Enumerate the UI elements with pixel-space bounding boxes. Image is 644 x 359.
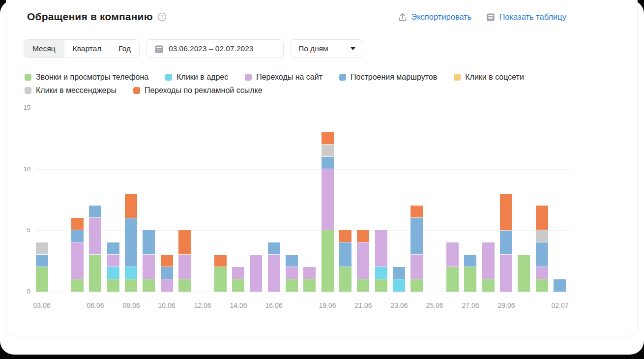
- bar-09.06[interactable]: [143, 230, 155, 292]
- bar-segment: [250, 255, 262, 292]
- bar-segment: [375, 279, 387, 292]
- bar-segment: [464, 267, 476, 292]
- legend-swatch: [25, 74, 31, 81]
- bar-27.06[interactable]: [464, 255, 476, 292]
- bar-18.06[interactable]: [303, 267, 316, 292]
- legend-swatch: [25, 87, 31, 94]
- legend-swatch: [454, 74, 461, 81]
- bar-segment: [536, 242, 548, 267]
- bar-segment: [322, 132, 334, 145]
- tab-period-2[interactable]: Год: [110, 40, 139, 58]
- bar-segment: [125, 218, 137, 268]
- bar-segment: [143, 255, 155, 279]
- bar-21.06[interactable]: [357, 230, 369, 292]
- bar-29.06[interactable]: [500, 194, 512, 292]
- legend-item[interactable]: Клики в мессенджеры: [25, 86, 117, 95]
- legend-item[interactable]: Клики в адрес: [165, 73, 228, 82]
- bar-segment: [71, 279, 84, 292]
- page-title: Обращения в компанию: [27, 11, 153, 23]
- legend-item[interactable]: Клики в соцсети: [454, 73, 524, 82]
- bar-segment: [393, 279, 405, 292]
- period-tab-group: МесяцКварталГод: [24, 39, 140, 58]
- bar-segment: [393, 267, 405, 279]
- bar-03.06[interactable]: [36, 242, 48, 292]
- bar-segment: [554, 279, 566, 292]
- bar-23.06[interactable]: [393, 267, 405, 292]
- legend-swatch: [133, 87, 140, 94]
- export-label: Экспортировать: [411, 12, 471, 22]
- bar-01.07[interactable]: [536, 206, 548, 292]
- bar-05.06[interactable]: [71, 218, 84, 292]
- bar-segment: [322, 145, 334, 157]
- legend-item[interactable]: Переходы по рекламной ссылке: [133, 86, 263, 95]
- bar-19.06[interactable]: [322, 132, 334, 292]
- bar-11.06[interactable]: [178, 230, 191, 292]
- bar-segment: [303, 267, 316, 279]
- bar-segment: [410, 279, 423, 292]
- bar-26.06[interactable]: [446, 242, 459, 292]
- bar-13.06[interactable]: [214, 255, 227, 292]
- bar-22.06[interactable]: [375, 230, 387, 292]
- legend-label: Построения маршрутов: [351, 73, 437, 82]
- bar-15.06[interactable]: [250, 255, 262, 292]
- legend-item[interactable]: Переходы на сайт: [245, 73, 322, 82]
- bar-segment: [89, 206, 101, 218]
- header-actions: Экспортировать Показать таблицу: [398, 12, 566, 22]
- bar-segment: [500, 255, 512, 292]
- bar-30.06[interactable]: [518, 255, 530, 292]
- bar-08.06[interactable]: [125, 194, 137, 292]
- bar-28.06[interactable]: [482, 242, 495, 292]
- bar-segment: [536, 279, 548, 292]
- bar-segment: [71, 242, 84, 279]
- bar-segment: [178, 230, 191, 255]
- tab-period-1[interactable]: Квартал: [64, 40, 111, 58]
- granularity-select[interactable]: По дням: [291, 39, 363, 58]
- bar-17.06[interactable]: [286, 255, 298, 292]
- legend-label: Переходы по рекламной ссылке: [145, 86, 263, 95]
- bar-segment: [375, 230, 387, 267]
- date-range-picker[interactable]: 03.06.2023 – 02.07.2023: [146, 39, 284, 58]
- bar-segment: [482, 242, 495, 279]
- help-icon[interactable]: ?: [157, 12, 167, 22]
- bar-segment: [232, 267, 244, 279]
- bar-segment: [500, 194, 512, 231]
- legend-item[interactable]: Звонки и просмотры телефона: [25, 73, 148, 82]
- bar-06.06[interactable]: [89, 206, 101, 292]
- bar-segment: [214, 255, 227, 267]
- bar-segment: [500, 231, 512, 255]
- bar-14.06[interactable]: [232, 267, 244, 292]
- card-header: Обращения в компанию ?: [27, 11, 167, 23]
- bar-segment: [446, 242, 459, 267]
- bar-segment: [357, 230, 369, 242]
- legend-item[interactable]: Построения маршрутов: [339, 73, 437, 82]
- bar-segment: [125, 194, 137, 218]
- bar-segment: [36, 255, 48, 267]
- bar-segment: [89, 218, 101, 255]
- bar-24.06[interactable]: [410, 206, 423, 292]
- bar-20.06[interactable]: [339, 230, 351, 292]
- bar-segment: [268, 242, 280, 255]
- bar-segment: [36, 242, 48, 255]
- bar-segment: [339, 267, 351, 292]
- legend-swatch: [165, 74, 172, 81]
- bar-segment: [286, 267, 298, 279]
- bar-07.06[interactable]: [107, 242, 119, 292]
- legend-label: Клики в мессенджеры: [36, 86, 117, 95]
- tab-period-0[interactable]: Месяц: [24, 40, 64, 58]
- legend-swatch: [339, 74, 346, 81]
- bar-segment: [339, 230, 351, 242]
- bar-segment: [482, 279, 495, 292]
- bar-segment: [322, 157, 334, 169]
- bar-16.06[interactable]: [268, 242, 280, 292]
- bar-segment: [161, 267, 173, 279]
- bar-segment: [518, 255, 530, 292]
- bar-02.07[interactable]: [554, 279, 566, 292]
- date-range-value: 03.06.2023 – 02.07.2023: [169, 44, 253, 53]
- bar-10.06[interactable]: [161, 255, 173, 292]
- show-table-button[interactable]: Показать таблицу: [486, 12, 566, 22]
- bar-segment: [71, 218, 84, 230]
- export-icon: [398, 12, 407, 22]
- export-button[interactable]: Экспортировать: [398, 12, 471, 22]
- bar-segment: [303, 279, 316, 292]
- bar-segment: [339, 242, 351, 267]
